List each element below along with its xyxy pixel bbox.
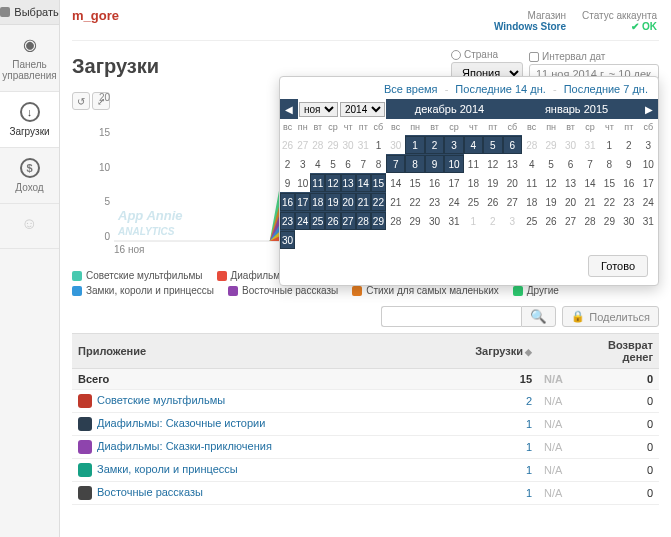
day-cell[interactable] — [341, 230, 356, 249]
day-cell[interactable]: 26 — [280, 135, 295, 154]
day-cell[interactable]: 30 — [425, 211, 444, 230]
day-cell[interactable]: 20 — [503, 173, 522, 192]
day-cell[interactable]: 3 — [503, 211, 522, 230]
search-button[interactable]: 🔍 — [521, 306, 556, 327]
day-cell[interactable]: 12 — [325, 173, 340, 192]
day-cell[interactable]: 30 — [619, 211, 638, 230]
day-cell[interactable]: 28 — [310, 135, 325, 154]
app-link[interactable]: Диафильмы: Сказочные истории — [97, 417, 265, 429]
day-cell[interactable]: 1 — [405, 135, 424, 154]
search-input[interactable] — [381, 306, 521, 327]
day-cell[interactable]: 26 — [541, 211, 560, 230]
day-cell[interactable]: 14 — [356, 173, 371, 192]
day-cell[interactable]: 18 — [464, 173, 483, 192]
day-cell[interactable]: 27 — [295, 135, 310, 154]
day-cell[interactable]: 21 — [386, 192, 405, 211]
day-cell[interactable]: 29 — [405, 211, 424, 230]
app-link[interactable]: Замки, короли и принцессы — [97, 463, 238, 475]
day-cell[interactable] — [325, 230, 340, 249]
nav-revenue[interactable]: $ Доход — [0, 148, 59, 204]
legend-item[interactable]: Другие — [513, 285, 559, 296]
app-link[interactable]: Восточные рассказы — [97, 486, 203, 498]
day-cell[interactable]: 3 — [639, 135, 658, 154]
day-cell[interactable] — [295, 230, 310, 249]
day-cell[interactable]: 27 — [341, 211, 356, 230]
day-cell[interactable]: 11 — [522, 173, 541, 192]
day-cell[interactable]: 19 — [541, 192, 560, 211]
day-cell[interactable]: 19 — [483, 173, 502, 192]
col-app[interactable]: Приложение — [72, 334, 458, 369]
day-cell[interactable]: 10 — [295, 173, 310, 192]
day-cell[interactable]: 17 — [639, 173, 658, 192]
legend-item[interactable]: Стихи для самых маленьких — [352, 285, 499, 296]
day-cell[interactable]: 7 — [386, 154, 405, 173]
day-cell[interactable]: 19 — [325, 192, 340, 211]
day-cell[interactable]: 20 — [561, 192, 580, 211]
day-cell[interactable]: 27 — [561, 211, 580, 230]
day-cell[interactable]: 31 — [580, 135, 599, 154]
day-cell[interactable]: 18 — [522, 192, 541, 211]
day-cell[interactable]: 14 — [580, 173, 599, 192]
col-refund[interactable]: Возврат денег — [569, 334, 659, 369]
day-cell[interactable]: 9 — [425, 154, 444, 173]
share-button[interactable]: 🔒 Поделиться — [562, 306, 659, 327]
day-cell[interactable] — [371, 230, 386, 249]
day-cell[interactable]: 7 — [580, 154, 599, 173]
day-cell[interactable]: 30 — [280, 230, 295, 249]
day-cell[interactable]: 31 — [444, 211, 463, 230]
day-cell[interactable]: 5 — [483, 135, 502, 154]
day-cell[interactable]: 15 — [600, 173, 619, 192]
day-cell[interactable]: 24 — [295, 211, 310, 230]
day-cell[interactable]: 17 — [295, 192, 310, 211]
store-value[interactable]: Windows Store — [494, 21, 566, 32]
day-cell[interactable]: 31 — [639, 211, 658, 230]
day-cell[interactable]: 26 — [325, 211, 340, 230]
day-cell[interactable]: 6 — [341, 154, 356, 173]
month-select[interactable]: ноя — [299, 102, 338, 117]
nav-downloads[interactable]: ↓ Загрузки — [0, 92, 59, 148]
day-cell[interactable]: 1 — [464, 211, 483, 230]
day-cell[interactable]: 25 — [310, 211, 325, 230]
day-cell[interactable]: 15 — [371, 173, 386, 192]
day-cell[interactable]: 4 — [464, 135, 483, 154]
day-cell[interactable]: 16 — [619, 173, 638, 192]
day-cell[interactable]: 26 — [483, 192, 502, 211]
day-cell[interactable]: 12 — [483, 154, 502, 173]
day-cell[interactable]: 6 — [561, 154, 580, 173]
day-cell[interactable] — [310, 230, 325, 249]
day-cell[interactable]: 4 — [522, 154, 541, 173]
day-cell[interactable]: 18 — [310, 192, 325, 211]
day-cell[interactable]: 11 — [310, 173, 325, 192]
day-cell[interactable]: 16 — [425, 173, 444, 192]
day-cell[interactable]: 7 — [356, 154, 371, 173]
day-cell[interactable]: 11 — [464, 154, 483, 173]
preset-7[interactable]: Последние 7 дн. — [564, 83, 648, 95]
day-cell[interactable]: 29 — [371, 211, 386, 230]
day-cell[interactable]: 29 — [325, 135, 340, 154]
day-cell[interactable]: 30 — [386, 135, 405, 154]
day-cell[interactable]: 6 — [503, 135, 522, 154]
day-cell[interactable]: 5 — [541, 154, 560, 173]
day-cell[interactable]: 1 — [600, 135, 619, 154]
col-downloads[interactable]: Загрузки◆ — [458, 334, 538, 369]
day-cell[interactable]: 30 — [561, 135, 580, 154]
next-month-button[interactable]: ▶ — [640, 99, 658, 119]
day-cell[interactable]: 5 — [325, 154, 340, 173]
done-button[interactable]: Готово — [588, 255, 648, 277]
day-cell[interactable]: 10 — [444, 154, 463, 173]
day-cell[interactable]: 13 — [561, 173, 580, 192]
day-cell[interactable] — [356, 230, 371, 249]
day-cell[interactable]: 25 — [464, 192, 483, 211]
day-cell[interactable]: 15 — [405, 173, 424, 192]
day-cell[interactable]: 9 — [619, 154, 638, 173]
day-cell[interactable]: 30 — [341, 135, 356, 154]
day-cell[interactable]: 24 — [639, 192, 658, 211]
day-cell[interactable]: 24 — [444, 192, 463, 211]
day-cell[interactable]: 25 — [522, 211, 541, 230]
legend-item[interactable]: Замки, короли и принцессы — [72, 285, 214, 296]
nav-dashboard[interactable]: ◉ Панель управления — [0, 25, 59, 92]
day-cell[interactable]: 28 — [356, 211, 371, 230]
app-link[interactable]: Диафильмы: Сказки-приключения — [97, 440, 272, 452]
day-cell[interactable]: 1 — [371, 135, 386, 154]
legend-item[interactable]: Советские мультфильмы — [72, 270, 203, 281]
